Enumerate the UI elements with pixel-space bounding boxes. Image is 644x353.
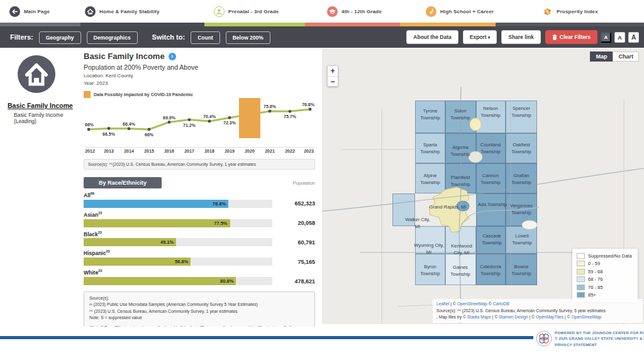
clear-filters-button[interactable]: Clear Filters xyxy=(545,30,597,44)
bar-value-label: 56.8% xyxy=(175,259,188,264)
map-chart-toggle-chart[interactable]: Chart xyxy=(613,52,639,62)
map-region-walker-city-mi[interactable] xyxy=(392,193,415,226)
legend-label: 76 - 85 xyxy=(588,285,602,290)
map-region-kentwood-city-mi[interactable] xyxy=(445,226,476,254)
race-label-all: All86 xyxy=(84,192,315,198)
nav-item-prenatal-3rd-grade[interactable]: Prenatal - 3rd Grade xyxy=(214,6,279,17)
bar-fill[interactable]: 76.8% xyxy=(84,200,228,208)
filter-toolbar: Filters: GeographyDemographics Switch to… xyxy=(0,26,644,48)
map-region-alpine-township[interactable] xyxy=(415,163,445,193)
font-size-button-medium[interactable]: A xyxy=(614,32,625,43)
font-size-button-large[interactable]: A xyxy=(628,32,639,43)
legend-swatch xyxy=(577,261,585,266)
attribution-link[interactable]: OpenMapTiles xyxy=(536,315,564,319)
switch-button-below-200-[interactable]: Below 200% xyxy=(226,31,270,44)
map-region-oakfield-township[interactable] xyxy=(506,133,537,163)
population-column-label: Population xyxy=(293,180,315,186)
legend-label: Suppressed/No Data xyxy=(588,253,632,259)
about-the-data-button[interactable]: About the Data xyxy=(406,30,458,44)
covid-swatch xyxy=(84,91,91,98)
sidebar-subitem-basic-family-income-leading[interactable]: Basic Family Income (Leading) xyxy=(14,112,80,124)
bar-fill[interactable]: 56.8% xyxy=(84,258,191,266)
legend-label: 0 - 59 xyxy=(588,261,600,266)
map-chart-toggle-map[interactable]: Map xyxy=(590,52,613,62)
year-tick: 2019 xyxy=(225,149,235,153)
map-region-vergennes-township[interactable] xyxy=(506,193,537,226)
legend-row: Suppressed/No Data xyxy=(577,252,633,260)
bar-fill[interactable]: 77.5% xyxy=(84,219,230,227)
attribution-link[interactable]: CartoDB xyxy=(493,301,509,306)
export-button[interactable]: Export▾ xyxy=(463,30,497,44)
map-region-courtland-township[interactable] xyxy=(476,133,506,163)
map-region-cannon-township[interactable] xyxy=(476,163,506,193)
attribution-link[interactable]: OpenStreetMap xyxy=(457,301,487,306)
race-bar-row: 56.8%75,165 xyxy=(84,258,315,266)
nav-item-label: Home & Family Stability xyxy=(99,9,160,14)
info-icon[interactable]: i xyxy=(169,53,176,60)
map-region-gaines-township[interactable] xyxy=(445,254,476,285)
privacy-statement-link[interactable]: PRIVACY STATEMENT xyxy=(555,342,644,348)
nav-item-label: High School + Career xyxy=(440,9,494,14)
source-line: ⁸⁶ (2023) U.S. Census Bureau, American C… xyxy=(89,308,309,315)
nav-item-4th-12th-grade[interactable]: 4th - 12th Grade xyxy=(327,6,382,17)
map-region-grattan-township[interactable] xyxy=(506,163,537,193)
population-value: 652,323 xyxy=(272,200,315,207)
map-region-wyoming-city-mi[interactable] xyxy=(415,226,445,254)
attribution-text: Source(s): ⁸⁶ (2023) U.S. Census Bureau,… xyxy=(436,308,606,313)
footer-text: POWERED BY THE JOHNSON CENTER FOR PHILAN… xyxy=(555,330,644,348)
svg-text:66.4%: 66.4% xyxy=(123,122,136,126)
map-region-nelson-township[interactable] xyxy=(476,100,506,133)
chevron-down-icon: ▾ xyxy=(488,35,491,40)
map-region-plainfield-township[interactable] xyxy=(445,163,476,193)
attribution-link[interactable]: OpenStreetMap xyxy=(571,315,601,319)
nav-item-home-family-stability[interactable]: Home & Family Stability xyxy=(85,6,160,17)
map-region-tyrone-township[interactable] xyxy=(415,100,445,133)
svg-text:76.8%: 76.8% xyxy=(302,102,315,107)
attribution-link[interactable]: Stadia Maps xyxy=(467,315,491,319)
svg-text:69.9%: 69.9% xyxy=(163,116,176,120)
font-size-button-small[interactable]: A xyxy=(601,32,611,43)
chart-subtitle: Population at 200% Poverty and Above xyxy=(84,63,318,71)
bar-fill[interactable]: 80.8% xyxy=(84,277,236,285)
filter-button-geography[interactable]: Geography xyxy=(39,31,81,44)
race-bar-row: 77.5%20,058 xyxy=(84,219,315,227)
legend-row: 59 - 68 xyxy=(577,268,633,276)
source-line: Source(s): xyxy=(89,295,309,301)
nav-item-main-page[interactable]: Main Page xyxy=(9,6,50,17)
graduation-cap-icon xyxy=(327,6,338,17)
trash-icon xyxy=(552,35,557,40)
zoom-in-button[interactable]: + xyxy=(328,66,338,76)
by-race-ethnicity-tab[interactable]: By Race/Ethnicity xyxy=(84,177,162,188)
map-region-cascade-township[interactable] xyxy=(476,226,506,254)
arrow-left-icon xyxy=(9,6,20,17)
source-line: ²³ (2023) Public Use Microdata Samples (… xyxy=(89,301,309,308)
map-region-caledonia-township[interactable] xyxy=(476,254,506,285)
chart-column: Basic Family Income i Population at 200%… xyxy=(84,52,318,327)
page-footer: POWERED BY THE JOHNSON CENTER FOR PHILAN… xyxy=(0,327,644,353)
race-label-black: Black23 xyxy=(84,231,315,237)
share-link-button[interactable]: Share link xyxy=(501,30,541,44)
bar-fill[interactable]: 49.1% xyxy=(84,238,176,246)
map-region-spencer-township[interactable] xyxy=(506,100,537,133)
map-region-algoma-township[interactable] xyxy=(445,133,476,163)
map-region-solon-township[interactable] xyxy=(445,100,476,133)
attribution-link[interactable]: Stamen Design xyxy=(499,315,528,319)
nav-item-high-school-career[interactable]: High School + Career xyxy=(426,6,494,17)
filter-button-demographics[interactable]: Demographics xyxy=(87,31,138,44)
switch-button-count[interactable]: Count xyxy=(191,31,220,44)
race-label-asian: Asian23 xyxy=(84,211,315,218)
nav-item-prosperity-index[interactable]: Prosperity Index xyxy=(542,6,598,17)
map-region-sparta-township[interactable] xyxy=(415,133,445,163)
map-region-ada-township[interactable] xyxy=(476,193,506,226)
bar-track: 49.1% xyxy=(84,238,272,246)
attribution-link[interactable]: Leaflet xyxy=(436,301,449,306)
zoom-out-button[interactable]: − xyxy=(328,76,338,86)
footer-accent-bar xyxy=(0,336,533,339)
map-region-byron-township[interactable] xyxy=(415,254,445,285)
sidebar-item-basic-family-income[interactable]: Basic Family Income xyxy=(8,102,80,109)
population-value: 60,791 xyxy=(272,239,315,246)
flower-icon xyxy=(542,6,553,17)
map-region-lowell-township[interactable] xyxy=(506,226,537,254)
year-tick: 2013 xyxy=(104,149,114,153)
map-region-bowne-township[interactable] xyxy=(506,254,537,285)
